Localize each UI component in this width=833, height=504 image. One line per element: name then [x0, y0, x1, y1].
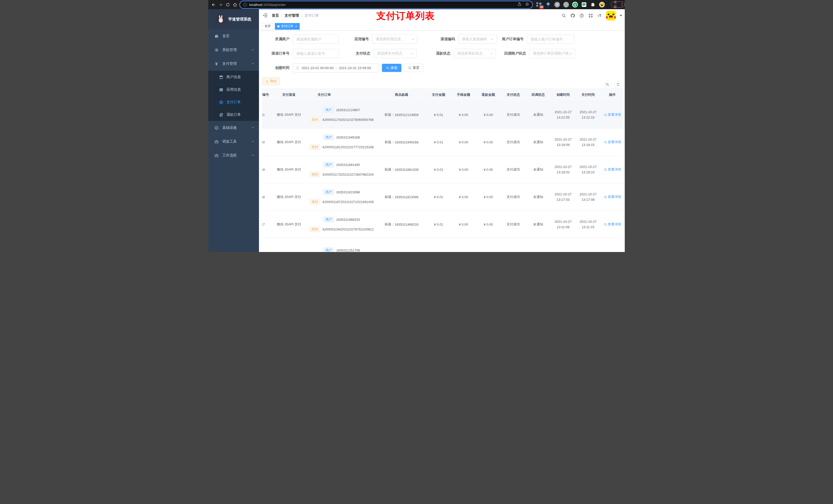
cell-fee-amount: ¥ 0.00: [451, 101, 476, 128]
search-button[interactable]: 搜索: [382, 64, 401, 72]
document-icon: [219, 113, 223, 117]
help-icon[interactable]: [579, 13, 584, 18]
chevron-up-icon: [251, 62, 254, 66]
sidebar-item-pay-order[interactable]: 支付订单: [208, 96, 259, 108]
date-range-end: 2021-10-31 23:59:59: [339, 66, 371, 70]
filter-label-create-time: 创建时间: [262, 66, 293, 70]
magnifier-icon: [604, 223, 607, 226]
github-icon[interactable]: [570, 13, 575, 18]
magnifier-icon: [604, 141, 607, 144]
filter-label-app: 应用编号: [339, 37, 372, 42]
search-icon[interactable]: [561, 13, 566, 18]
view-detail-link[interactable]: 查看详情: [604, 140, 621, 144]
yen-icon: ¥: [214, 62, 219, 66]
browser-update-button[interactable]: 更新: [611, 2, 625, 8]
table-row: 20 微信 JSAPI 支付 商户 1635311949168 支付 42000…: [262, 128, 624, 156]
cell-pay-status: [452, 238, 477, 252]
extension-kite-icon[interactable]: [545, 2, 551, 8]
channel-code-select[interactable]: 请输入渠道编码: [458, 34, 497, 44]
view-detail-link[interactable]: 查看详情: [604, 167, 621, 172]
extension-badge-icon[interactable]: 10: [536, 2, 542, 8]
reset-button[interactable]: 重置: [404, 64, 423, 72]
hide-search-button[interactable]: [603, 81, 611, 88]
cell-pay-order: 商户 1635312124657 支付 42000011742021102780…: [304, 101, 377, 128]
pay-tag: 支付: [309, 172, 320, 177]
breadcrumb-payment[interactable]: 支付管理: [285, 13, 299, 18]
merchant-input[interactable]: [293, 34, 339, 44]
browser-forward-button[interactable]: [217, 1, 224, 8]
close-icon[interactable]: ×: [295, 25, 297, 28]
bookmark-star-icon[interactable]: [525, 2, 529, 7]
sidebar-item-workflow[interactable]: 工作流程: [208, 148, 259, 162]
date-range-start: 2021-10-01 00:00:00: [302, 66, 334, 70]
create-time-range-picker[interactable]: 2021-10-01 00:00:00 - 2021-10-31 23:59:5…: [293, 63, 379, 72]
browser-back-button[interactable]: [210, 1, 217, 8]
active-tab-dot: [278, 25, 280, 27]
cell-notify-status: 未通知: [526, 128, 551, 156]
extension-command-icon[interactable]: ⌘: [554, 2, 560, 8]
view-detail-link[interactable]: 查看详情: [604, 222, 621, 226]
sidebar-item-refund-order[interactable]: 退款订单: [208, 108, 259, 121]
sidebar-item-infra[interactable]: 基础设施: [208, 121, 259, 135]
export-button[interactable]: 导出: [262, 77, 280, 85]
breadcrumb-home[interactable]: 首页: [272, 13, 279, 18]
avatar[interactable]: [606, 11, 616, 21]
refund-status-select[interactable]: 请选择退款状态: [454, 49, 496, 58]
pay-order-no: 4200001181202110277723215336: [322, 145, 374, 149]
sidebar-item-payment[interactable]: ¥ 支付管理: [208, 57, 259, 71]
sidebar-collapse-icon[interactable]: [263, 13, 268, 19]
cell-pay-channel: [273, 238, 304, 252]
sidebar-item-system[interactable]: 系统管理: [208, 43, 259, 57]
extension-green-dot-icon[interactable]: [563, 2, 569, 8]
channel-order-no-input[interactable]: [293, 49, 339, 58]
extension-emoji-icon[interactable]: [599, 2, 605, 8]
share-icon[interactable]: [518, 2, 522, 7]
tab-pay-order[interactable]: 支付订单 ×: [275, 23, 300, 30]
clock-icon: [295, 66, 300, 70]
tab-home[interactable]: 首页: [262, 23, 273, 30]
chevron-down-icon: [251, 48, 254, 52]
dashboard-icon: [214, 34, 219, 39]
cell-pay-channel: 微信 JSAPI 支付: [273, 211, 304, 238]
pay-order-no: 4200001167202110271022491439: [322, 200, 374, 204]
filter-row-3: 创建时间 2021-10-01 00:00:00 - 2021-10-31 23…: [262, 63, 625, 72]
sidebar-item-home[interactable]: 首页: [208, 29, 259, 43]
sidebar-item-app-info[interactable]: 应用信息: [208, 83, 259, 96]
sidebar-item-merchant-info[interactable]: 商户信息: [208, 71, 259, 83]
cell-pay-order: 商户 1635311949168 支付 42000011812021102777…: [304, 128, 377, 156]
font-size-icon[interactable]: [597, 13, 602, 18]
chevron-down-icon: [251, 126, 254, 130]
store-icon: [219, 75, 223, 79]
main-area: 首页 / 支付管理 / 支付订单 支付订单列表: [259, 9, 625, 252]
app-select[interactable]: 请选择应用信息: [372, 34, 417, 44]
cell-refund-amount: ¥ 0.00: [476, 101, 501, 128]
cell-refund-amount: ¥ 0.00: [476, 128, 501, 156]
cell-fee-amount: [402, 238, 427, 252]
browser-reload-button[interactable]: [224, 1, 231, 8]
site-info-icon[interactable]: i: [243, 3, 247, 7]
browser-menu-icon[interactable]: [622, 3, 622, 6]
refresh-table-button[interactable]: [614, 81, 622, 88]
logo-image: [216, 15, 225, 24]
cell-pay-status: 支付成功: [501, 183, 526, 211]
date-range-separator: -: [336, 66, 337, 70]
pay-status-select[interactable]: 请选择支付状态: [374, 49, 416, 58]
cell-refund-amount: ¥ 0.00: [476, 183, 501, 211]
extension-chat-icon[interactable]: [581, 2, 587, 8]
merchant-order-no-input[interactable]: [527, 34, 574, 44]
grid-icon: [219, 88, 223, 92]
merchant-order-no: 1635311881440: [336, 163, 360, 167]
extensions-puzzle-icon[interactable]: [590, 2, 596, 8]
fullscreen-icon[interactable]: [588, 13, 593, 18]
extension-y-icon[interactable]: y: [572, 2, 578, 8]
pay-order-no: 4200001173202110272847982104: [322, 173, 374, 176]
address-bar[interactable]: i localhost:1024/pay/order: [240, 1, 532, 8]
view-detail-link[interactable]: 查看详情: [604, 195, 621, 199]
app-logo[interactable]: 芋道管理系统: [208, 9, 259, 29]
avatar-caret-icon[interactable]: [620, 15, 622, 16]
extension-badge-count: 10: [540, 5, 544, 9]
browser-home-button[interactable]: [231, 1, 238, 8]
notify-status-select[interactable]: 请选择订单回调商户状态: [529, 49, 576, 58]
sidebar-item-dev-tools[interactable]: 研发工具: [208, 135, 259, 148]
view-detail-link[interactable]: 查看详情: [604, 113, 621, 117]
